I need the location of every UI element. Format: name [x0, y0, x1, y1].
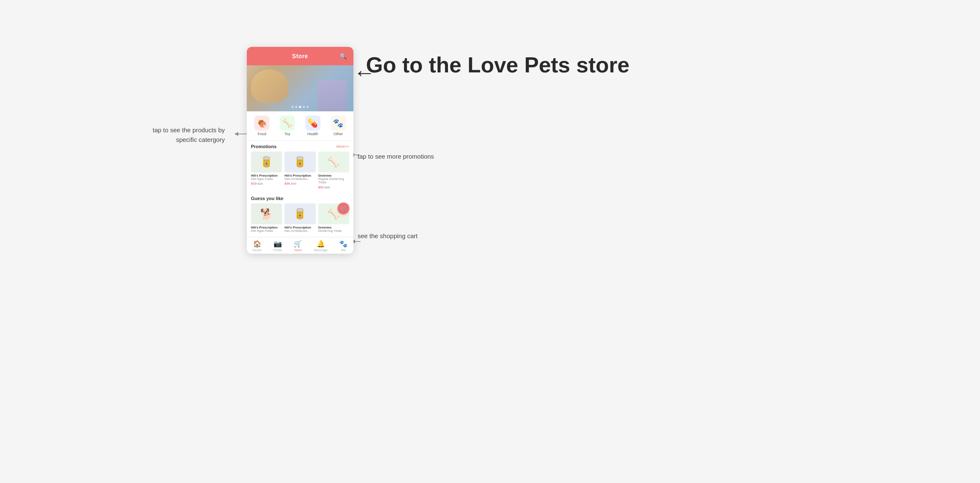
bottom-nav: 🏠 Home 📷 Photo 🛒 Store 🔔 Message 🐾 Me: [247, 237, 353, 254]
category-food[interactable]: 🍖 Food: [254, 116, 269, 136]
category-health[interactable]: 💊 Health: [305, 116, 320, 136]
promotions-title: Promotions: [251, 144, 276, 149]
promotions-more[interactable]: More>>: [336, 144, 349, 149]
promotions-annotation: tap to see more promotions: [358, 153, 434, 160]
other-icon: 🐾: [331, 116, 346, 131]
nav-home[interactable]: 🏠 Home: [253, 240, 261, 252]
guess-product-2[interactable]: 🥫 Hill's Prescription Diet c/d Multicare…: [284, 203, 315, 234]
me-icon: 🐾: [339, 240, 348, 248]
guess-product-2-brand: Hill's Prescription: [284, 226, 315, 229]
guess-product-2-image: 🥫: [284, 203, 315, 224]
promo-product-1-image: 🥫: [251, 152, 282, 172]
promo-product-3[interactable]: 🦴 Greenies Regular Dental Dog Treats $33…: [318, 152, 349, 189]
toy-label: Toy: [284, 132, 290, 136]
store-icon: 🛒: [294, 240, 302, 248]
photo-icon: 📷: [274, 240, 282, 248]
promo-product-2-price: $36 $40-: [284, 182, 315, 185]
promo-product-3-image: 🦴: [318, 152, 349, 172]
promotions-product-row: 🥫 Hill's Prescription Diet Hypo-Treats $…: [251, 152, 349, 189]
nav-store-label: Store: [294, 248, 302, 252]
guess-product-row: 🐕 Hill's Prescription Diet Hypo-Treats 🥫…: [251, 203, 349, 234]
category-annotation: tap to see the products by specific cate…: [153, 126, 225, 144]
home-icon: 🏠: [253, 240, 261, 248]
nav-home-label: Home: [253, 248, 261, 252]
promo-product-1-orig-price: $19-: [257, 182, 263, 185]
categories-row: 🍖 Food 🦴 Toy 💊 Health 🐾 Other: [247, 111, 353, 141]
toy-icon: 🦴: [280, 116, 295, 131]
promo-product-3-desc: Regular Dental Dog Treats: [318, 177, 349, 185]
promo-product-2-brand: Hill's Prescription: [284, 174, 315, 177]
other-label: Other: [333, 132, 343, 136]
hero-dot-3: [299, 106, 301, 108]
nav-message[interactable]: 🔔 Message: [314, 240, 327, 252]
guess-you-like-header: Guess you like: [251, 196, 349, 201]
phone-mockup: Store 🔍 🍖 Food 🦴 To: [247, 47, 353, 254]
promo-product-1-price: $10 $19-: [251, 182, 282, 185]
promo-product-1-sale-price: $10: [251, 182, 256, 185]
store-title: Store: [292, 53, 308, 59]
hero-dot-4: [303, 106, 305, 108]
guess-product-2-desc: Diet c/d Multicare...: [284, 229, 315, 233]
hero-dog-image: [251, 69, 289, 103]
promo-product-3-orig-price: $35-: [325, 186, 330, 189]
health-icon: 💊: [305, 116, 320, 131]
category-other[interactable]: 🐾 Other: [331, 116, 346, 136]
promo-product-3-price: $33 $35-: [318, 185, 349, 189]
guess-you-like-section: Guess you like 🐕 Hill's Prescription Die…: [247, 193, 353, 235]
nav-store[interactable]: 🛒 Store: [294, 240, 302, 252]
food-label: Food: [258, 132, 266, 136]
promo-product-1-brand: Hill's Prescription: [251, 174, 282, 177]
nav-me-label: Me: [341, 248, 345, 252]
nav-photo-label: Photo: [273, 248, 282, 252]
promo-product-2-image: 🥫: [284, 152, 315, 172]
health-label: Health: [307, 132, 318, 136]
promotions-header: Promotions More>>: [251, 144, 349, 149]
cart-fab-button[interactable]: 🛒: [338, 203, 349, 214]
guess-product-1-image: 🐕: [251, 203, 282, 224]
search-icon[interactable]: 🔍: [340, 53, 347, 59]
nav-photo[interactable]: 📷 Photo: [273, 240, 282, 252]
hero-dot-2: [295, 106, 297, 108]
guess-product-1-desc: Diet Hypo-Treats: [251, 229, 282, 233]
promo-product-2-orig-price: $40-: [291, 182, 297, 185]
promo-product-2-desc: Diet c/d Multicare...: [284, 177, 315, 181]
guess-product-1-brand: Hill's Prescription: [251, 226, 282, 229]
promo-product-1-desc: Diet Hypo-Treats: [251, 177, 282, 181]
hero-dot-1: [292, 106, 294, 108]
promo-product-1[interactable]: 🥫 Hill's Prescription Diet Hypo-Treats $…: [251, 152, 282, 189]
category-toy[interactable]: 🦴 Toy: [280, 116, 295, 136]
cart-annotation: see the shopping cart: [358, 232, 417, 239]
hero-banner[interactable]: [247, 65, 353, 111]
phone-header: Store 🔍: [247, 47, 353, 65]
promo-product-3-brand: Greenies: [318, 174, 349, 177]
hero-dots: [247, 106, 353, 108]
message-icon: 🔔: [317, 240, 325, 248]
guess-product-3-desc: Dental Dog Treats: [318, 229, 349, 233]
nav-message-label: Message: [314, 248, 327, 252]
promo-product-2[interactable]: 🥫 Hill's Prescription Diet c/d Multicare…: [284, 152, 315, 189]
page-big-title: Go to the Love Pets store: [366, 52, 629, 77]
guess-you-like-title: Guess you like: [251, 196, 284, 201]
nav-me[interactable]: 🐾 Me: [339, 240, 348, 252]
guess-product-1[interactable]: 🐕 Hill's Prescription Diet Hypo-Treats: [251, 203, 282, 234]
guess-product-3-brand: Greenies: [318, 226, 349, 229]
hero-dot-5: [307, 106, 309, 108]
promo-product-3-sale-price: $33: [318, 185, 324, 189]
promo-product-2-sale-price: $36: [284, 182, 290, 185]
page-wrapper: ← Go to the Love Pets store tap to see t…: [0, 0, 980, 483]
food-icon: 🍖: [254, 116, 269, 131]
promotions-section: Promotions More>> 🥫 Hill's Prescription …: [247, 141, 353, 191]
